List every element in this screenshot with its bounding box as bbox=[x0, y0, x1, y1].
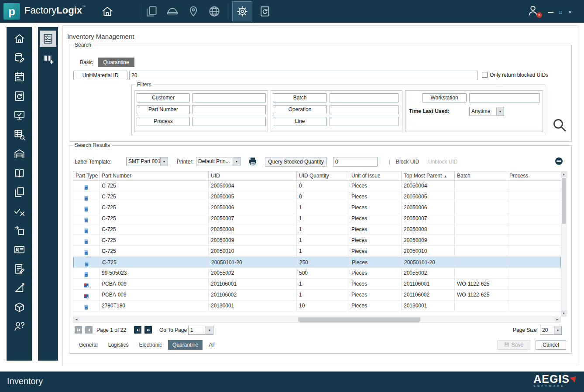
location-pin-icon[interactable] bbox=[187, 5, 200, 18]
table-row[interactable]: C-725200500071Pieces20050007 bbox=[73, 213, 561, 224]
customer-filter-button[interactable]: Customer bbox=[137, 93, 190, 102]
column-header-unit-of-issue[interactable]: Unit of Issue bbox=[349, 171, 402, 181]
sidebar-database-edit-icon[interactable] bbox=[14, 52, 25, 64]
rail-checklist-button[interactable] bbox=[40, 31, 56, 47]
unit-material-id-button[interactable]: Unit/Material ID bbox=[73, 71, 127, 80]
app-logo[interactable]: p bbox=[3, 3, 20, 20]
component-part-icon bbox=[73, 268, 100, 278]
batch-filter-input[interactable] bbox=[330, 93, 398, 102]
sidebar-monitor-check-icon[interactable] bbox=[14, 109, 25, 121]
process-filter-input[interactable] bbox=[192, 117, 266, 126]
scroll-up-arrow[interactable]: ▲ bbox=[561, 171, 566, 177]
scroll-left-arrow[interactable]: ◄ bbox=[73, 317, 79, 322]
unit-material-id-input[interactable] bbox=[129, 71, 478, 80]
table-row[interactable]: C-725200500061Pieces20050006 bbox=[73, 202, 561, 213]
label-template-select[interactable]: SMT Part 001▼ bbox=[126, 157, 168, 166]
next-page-button[interactable] bbox=[134, 326, 141, 334]
rail-barcode-add-button[interactable] bbox=[40, 51, 56, 67]
minimize-button[interactable]: — bbox=[547, 9, 554, 16]
sidebar-package-icon[interactable] bbox=[14, 301, 25, 313]
printer-select[interactable]: Default Prin...▼ bbox=[196, 157, 240, 166]
column-header-process[interactable]: Process bbox=[507, 171, 561, 181]
sidebar-design-x-icon[interactable] bbox=[14, 282, 25, 294]
table-row[interactable]: C-725200500081Pieces20050008 bbox=[73, 224, 561, 235]
table-row[interactable]: PCBA-0092011060011Pieces201106001WO-1122… bbox=[73, 279, 561, 290]
table-row[interactable]: C-725200500091Pieces20050009 bbox=[73, 235, 561, 246]
horizontal-scrollbar[interactable]: ◄ ► bbox=[73, 317, 561, 323]
sidebar-user-question-icon[interactable] bbox=[14, 320, 25, 332]
prev-page-button[interactable] bbox=[85, 326, 93, 334]
process-filter-button[interactable]: Process bbox=[137, 117, 190, 126]
table-row[interactable]: C-725200500040Pieces20050004 bbox=[73, 181, 561, 191]
helmet-icon[interactable] bbox=[166, 5, 179, 18]
search-tab-quarantine[interactable]: Quarantine bbox=[98, 58, 134, 67]
sidebar-table-search-icon[interactable] bbox=[14, 129, 25, 140]
column-header-uid[interactable]: UID bbox=[209, 171, 297, 181]
workstation-filter-button[interactable]: Workstation bbox=[422, 93, 467, 102]
last-page-button[interactable] bbox=[144, 326, 152, 334]
goto-page-select[interactable]: 1▼ bbox=[188, 326, 213, 335]
block-icon[interactable] bbox=[555, 157, 563, 165]
tab-electronic[interactable]: Electronic bbox=[134, 340, 166, 350]
line-filter-button[interactable]: Line bbox=[273, 117, 327, 126]
sidebar-note-edit-icon[interactable] bbox=[14, 263, 25, 275]
close-button[interactable]: × bbox=[567, 9, 574, 16]
line-filter-input[interactable] bbox=[330, 117, 398, 126]
column-header-top-most-parent[interactable]: Top Most Parent▲ bbox=[402, 171, 455, 181]
stocked-quantity-input[interactable] bbox=[333, 157, 378, 167]
printer-icon[interactable] bbox=[247, 156, 258, 167]
vertical-scrollbar[interactable]: ▲ ▼ bbox=[561, 171, 567, 317]
table-row[interactable]: 2780T1802013000110Pieces20130001 bbox=[73, 300, 561, 311]
column-header-part-type[interactable]: Part Type bbox=[73, 171, 100, 181]
query-stocked-quantity-button[interactable]: Query Stocked Quantity bbox=[265, 157, 327, 167]
search-icon[interactable] bbox=[552, 118, 567, 133]
time-last-used-select[interactable]: Anytime▼ bbox=[469, 107, 504, 116]
batch-filter-button[interactable]: Batch bbox=[273, 93, 327, 102]
page-size-select[interactable]: 20▼ bbox=[540, 326, 562, 335]
table-row[interactable]: PCBA-0092011060021Pieces201106002WO-1122… bbox=[73, 290, 561, 300]
table-row[interactable]: C-725200500101Pieces20050010 bbox=[73, 246, 561, 257]
part-number-filter-button[interactable]: Part Number bbox=[137, 105, 190, 114]
vertical-scroll-thumb[interactable] bbox=[562, 178, 566, 224]
sidebar-refresh-doc-icon[interactable] bbox=[14, 90, 25, 102]
cancel-button[interactable]: Cancel bbox=[536, 340, 566, 350]
save-button[interactable]: Save bbox=[497, 340, 530, 350]
documents-icon[interactable] bbox=[145, 5, 158, 18]
block-uid-button[interactable]: Block UID bbox=[396, 159, 419, 165]
globe-icon[interactable] bbox=[208, 5, 221, 18]
sidebar-home-icon[interactable] bbox=[14, 33, 25, 44]
first-page-button[interactable] bbox=[75, 326, 82, 334]
part-number-filter-input[interactable] bbox=[192, 105, 266, 114]
sidebar-copy-pages-icon[interactable] bbox=[14, 186, 25, 198]
sidebar-plan-board-icon[interactable] bbox=[14, 71, 25, 83]
sidebar-move-item-icon[interactable] bbox=[14, 225, 25, 236]
horizontal-scroll-thumb[interactable] bbox=[298, 317, 420, 322]
gear-button[interactable] bbox=[232, 1, 252, 21]
operation-filter-button[interactable]: Operation bbox=[273, 105, 327, 114]
customer-filter-input[interactable] bbox=[192, 93, 266, 102]
table-row[interactable]: C-72520050101-20250Pieces20050101-20 bbox=[73, 257, 561, 268]
only-blocked-checkbox[interactable] bbox=[482, 72, 488, 78]
user-session-icon[interactable]: × bbox=[526, 4, 541, 19]
sidebar-check-x-icon[interactable] bbox=[14, 205, 25, 217]
scroll-down-arrow[interactable]: ▼ bbox=[561, 310, 566, 316]
tab-all[interactable]: All bbox=[204, 340, 219, 350]
column-header-batch[interactable]: Batch bbox=[455, 171, 507, 181]
search-tab-basic[interactable]: Basic bbox=[75, 58, 98, 67]
table-row[interactable]: C-725200500050Pieces20050005 bbox=[73, 191, 561, 202]
column-header-uid-quantity[interactable]: UID Quantity bbox=[297, 171, 349, 181]
workstation-filter-input[interactable] bbox=[469, 93, 540, 102]
history-doc-button[interactable] bbox=[255, 1, 275, 21]
tab-general[interactable]: General bbox=[75, 340, 102, 350]
sidebar-id-card-icon[interactable] bbox=[14, 244, 25, 256]
sidebar-book-icon[interactable] bbox=[14, 167, 25, 179]
home-icon[interactable] bbox=[101, 5, 113, 17]
tab-quarantine[interactable]: Quarantine bbox=[168, 340, 203, 350]
tab-logistics[interactable]: Logistics bbox=[104, 340, 133, 350]
column-header-part-number[interactable]: Part Number bbox=[100, 171, 209, 181]
maximize-button[interactable]: □ bbox=[557, 9, 564, 16]
sidebar-warehouse-icon[interactable] bbox=[14, 148, 25, 160]
scroll-right-arrow[interactable]: ► bbox=[554, 317, 560, 322]
operation-filter-input[interactable] bbox=[330, 105, 398, 114]
table-row[interactable]: 99-50502320055002500Pieces20055002 bbox=[73, 268, 561, 279]
